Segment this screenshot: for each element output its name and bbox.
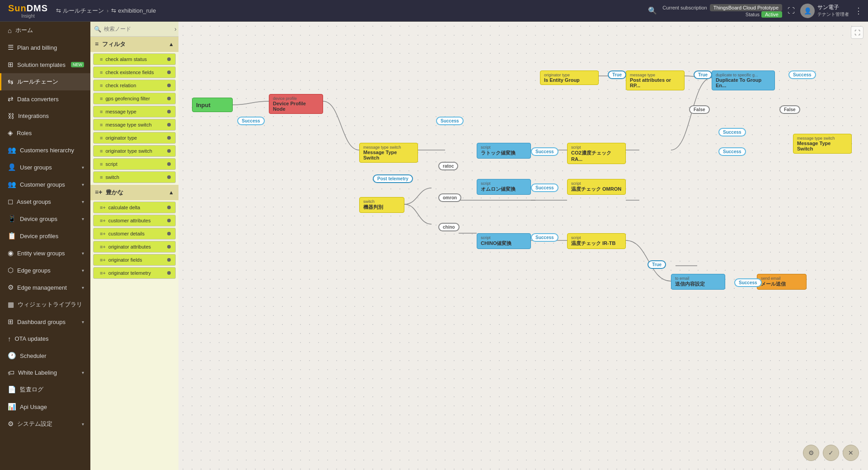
collapse-panel-button[interactable]: › [174, 25, 177, 33]
sidebar-item-customer-groups[interactable]: 👥 Customer groups ▾ [0, 176, 90, 193]
node-connection-dot [167, 136, 171, 140]
sidebar-item-edge-groups[interactable]: ⬡ Edge groups ▾ [0, 262, 90, 279]
enrich-section-header[interactable]: ≡+ 豊かな ▲ [90, 185, 178, 200]
flow-node-msg_type_switch2[interactable]: message type switchMessage Type Switch [793, 134, 852, 154]
flow-label-true: True [608, 70, 626, 79]
flow-node-script_omron[interactable]: scriptオムロン値変換 [477, 179, 531, 195]
user-area[interactable]: 👤 サン電子 テナント管理者 [800, 4, 849, 18]
filter-node-item[interactable]: ≡message type [93, 106, 176, 118]
sidebar-item-plan[interactable]: ☰ Plan and billing [0, 39, 90, 56]
filter-node-item[interactable]: ≡message type switch [93, 119, 176, 131]
sidebar-item-roles[interactable]: ◈ Roles [0, 124, 90, 141]
sidebar-item-solution[interactable]: ⊞ Solution templates NEW [0, 56, 90, 73]
settings-button[interactable]: ⚙ [803, 445, 819, 461]
more-options-button[interactable]: ⋮ [854, 6, 863, 16]
enrich-node-icon: ≡+ [100, 257, 106, 263]
filter-collapse-icon[interactable]: ▲ [169, 41, 174, 47]
fullscreen-canvas-button[interactable]: ⛶ [851, 26, 863, 39]
sidebar-item-home[interactable]: ⌂ ホーム [0, 22, 90, 39]
sidebar-item-customers-hierarchy[interactable]: 👥 Customers hierarchy [0, 141, 90, 159]
sidebar-item-scheduler[interactable]: 🕐 Scheduler [0, 347, 90, 364]
filter-items: ≡check alarm status≡check existence fiel… [90, 53, 178, 183]
flow-node-script_co2[interactable]: scriptCO2濃度チェック RA... [567, 143, 626, 164]
filter-node-item[interactable]: ≡originator type [93, 132, 176, 144]
customer-groups-icon: 👥 [8, 180, 16, 188]
enrich-node-item[interactable]: ≡+originator fields [93, 254, 176, 266]
flow-label-post-telemetry: Post telemetry [373, 174, 413, 183]
filter-section-header[interactable]: ≡ フィルタ ▲ [90, 37, 178, 52]
sidebar-item-edge-management[interactable]: ⚙ Edge management ▾ [0, 279, 90, 296]
sidebar-item-ota-updates[interactable]: ↑ OTA updates [0, 330, 90, 347]
filter-node-item[interactable]: ≡check existence fields [93, 66, 176, 78]
flow-node-script_ratoc[interactable]: scriptラトック値変換 [477, 143, 531, 159]
flow-node-msg_type_switch[interactable]: message type switchMessage Type Switch [359, 143, 418, 163]
flow-label-success: Success [531, 183, 558, 192]
node-connection-dot [167, 149, 171, 153]
enrich-node-item[interactable]: ≡+originator attributes [93, 241, 176, 253]
node-connection-dot [167, 84, 171, 87]
close-button[interactable]: ✕ [843, 445, 859, 461]
sidebar-item-white-labeling[interactable]: 🏷 White Labeling ▾ [0, 364, 90, 381]
enrich-node-item[interactable]: ≡+customer attributes [93, 215, 176, 226]
audit-icon: 📄 [8, 385, 16, 394]
sidebar-item-rule-chain[interactable]: ⇆ ルールチェーン [0, 73, 90, 90]
flow-label-success: Success [718, 147, 746, 156]
sidebar-item-asset-groups[interactable]: ◻ Asset groups ▾ [0, 193, 90, 210]
filter-node-item[interactable]: ≡check relation [93, 80, 176, 91]
sidebar-item-device-groups[interactable]: 📱 Device groups ▾ [0, 210, 90, 227]
enrich-collapse-icon[interactable]: ▲ [169, 189, 174, 196]
sidebar-item-widget-library[interactable]: ▦ ウィジェットライブラリ [0, 296, 90, 313]
topbar-right: 🔍 Current subscription ThingsBoard Cloud… [648, 4, 863, 18]
confirm-button[interactable]: ✓ [823, 445, 839, 461]
flow-label-success: Success [531, 233, 558, 242]
flow-label-success: Success [531, 147, 558, 156]
node-name-label: 機器判別 [363, 204, 400, 211]
enrich-section: ≡+ 豊かな ▲ ≡+calculate delta≡+customer att… [90, 185, 178, 279]
roles-icon: ◈ [8, 129, 13, 137]
canvas-area[interactable]: ⛶ Inputdevice profileDevice Profile Node… [178, 22, 868, 470]
flow-node-input[interactable]: Input [192, 98, 233, 112]
flow-node-send_email[interactable]: send emailメール送信 [757, 274, 807, 290]
breadcrumb-exhibition[interactable]: ⇆ exhibition_rule [111, 7, 156, 14]
enrich-node-item[interactable]: ≡+calculate delta [93, 202, 176, 213]
sidebar-item-user-groups[interactable]: 👤 User groups ▾ [0, 159, 90, 176]
node-connection-dot [167, 123, 171, 127]
filter-node-item[interactable]: ≡script [93, 158, 176, 170]
flow-node-duplicate[interactable]: duplicate to specific g...Duplicate To G… [712, 70, 775, 90]
node-name-label: CHINO値変換 [481, 240, 527, 247]
flow-node-message_type[interactable]: message typePost attributes or RP... [626, 70, 685, 90]
sidebar-item-converters[interactable]: ⇄ Data converters [0, 90, 90, 108]
enrich-items: ≡+calculate delta≡+customer attributes≡+… [90, 202, 178, 279]
ota-icon: ↑ [8, 335, 11, 343]
flow-node-originator_type[interactable]: originator typeIs Entity Group [540, 70, 599, 85]
breadcrumb-rule-chain[interactable]: ⇆ ルールチェーン [56, 7, 104, 15]
sidebar-item-system-settings[interactable]: ⚙ システム設定 ▾ [0, 415, 90, 432]
flow-node-switch_kiki[interactable]: switch機器判別 [359, 197, 404, 213]
sidebar-item-device-profiles[interactable]: 📋 Device profiles [0, 227, 90, 244]
flow-node-script_temp_omron[interactable]: script温度チェック OMRON [567, 179, 626, 195]
search-icon[interactable]: 🔍 [648, 6, 657, 15]
main-layout: ⌂ ホーム ☰ Plan and billing ⊞ Solution temp… [0, 22, 868, 470]
sidebar-item-audit-log[interactable]: 📄 監査ログ [0, 381, 90, 398]
filter-node-icon: ≡ [100, 109, 103, 114]
sidebar-item-dashboard-groups[interactable]: ⊞ Dashboard groups ▾ [0, 313, 90, 330]
filter-node-item[interactable]: ≡switch [93, 171, 176, 183]
enrich-node-item[interactable]: ≡+originator telemetry [93, 267, 176, 279]
enrich-node-icon: ≡+ [100, 244, 106, 249]
fullscreen-button[interactable]: ⛶ [788, 7, 795, 15]
search-input[interactable] [104, 26, 172, 32]
node-name-label: メール送信 [761, 281, 802, 287]
enrich-node-item[interactable]: ≡+customer details [93, 228, 176, 240]
filter-node-item[interactable]: ≡originator type switch [93, 145, 176, 157]
filter-node-item[interactable]: ≡check alarm status [93, 53, 176, 65]
sidebar-item-entity-view-groups[interactable]: ◉ Entity view groups ▾ [0, 244, 90, 262]
sidebar-item-api-usage[interactable]: 📊 Api Usage [0, 398, 90, 415]
flow-node-script_temp_ir[interactable]: script温度チェック IR-TB [567, 233, 626, 249]
node-name-label: CO2濃度チェック RA... [571, 150, 622, 162]
flow-node-device_profile[interactable]: device profileDevice Profile Node [269, 94, 323, 114]
flow-node-to_email[interactable]: to email送信内容設定 [671, 274, 725, 290]
flow-label-false: False [689, 105, 710, 114]
flow-node-script_chino[interactable]: scriptCHINO値変換 [477, 233, 531, 249]
filter-node-item[interactable]: ≡gps geofencing filter [93, 93, 176, 104]
sidebar-item-integrations[interactable]: ⛓ Integrations [0, 108, 90, 124]
